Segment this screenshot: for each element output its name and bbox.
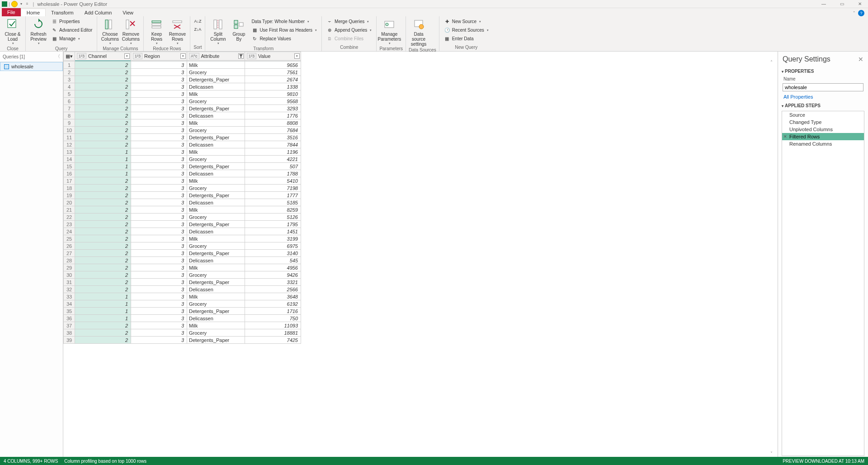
cell-region[interactable]: 3 <box>131 177 187 185</box>
cell-attribute[interactable]: Detergents_Paper <box>187 163 245 170</box>
applied-step[interactable]: Renamed Columns <box>782 140 864 147</box>
cell-region[interactable]: 3 <box>131 134 187 141</box>
cell-region[interactable]: 3 <box>131 127 187 134</box>
cell-channel[interactable]: 2 <box>75 134 131 141</box>
cell-value[interactable]: 4956 <box>245 264 301 271</box>
table-row[interactable]: 3823Grocery18881 <box>64 329 301 337</box>
table-row[interactable]: 723Detergents_Paper3293 <box>64 105 301 112</box>
cell-channel[interactable]: 2 <box>75 69 131 76</box>
table-row[interactable]: 1313Milk1196 <box>64 148 301 156</box>
cell-value[interactable]: 7844 <box>245 141 301 148</box>
cell-attribute[interactable]: Grocery <box>187 300 245 308</box>
cell-region[interactable]: 3 <box>131 206 187 214</box>
cell-channel[interactable]: 2 <box>75 228 131 235</box>
cell-region[interactable]: 3 <box>131 250 187 257</box>
scroll-down-icon[interactable]: ˅ <box>770 451 777 456</box>
table-row[interactable]: 423Delicassen1338 <box>64 83 301 90</box>
cell-value[interactable]: 5185 <box>245 199 301 206</box>
cell-value[interactable]: 1338 <box>245 83 301 90</box>
cell-region[interactable]: 3 <box>131 329 187 337</box>
cell-attribute[interactable]: Delicassen <box>187 141 245 148</box>
cell-attribute[interactable]: Delicassen <box>187 286 245 293</box>
cell-attribute[interactable]: Detergents_Paper <box>187 308 245 315</box>
cell-attribute[interactable]: Delicassen <box>187 315 245 322</box>
cell-channel[interactable]: 2 <box>75 214 131 221</box>
recent-sources-button[interactable]: 🕑Recent Sources <box>442 26 491 34</box>
table-row[interactable]: 823Delicassen1776 <box>64 112 301 119</box>
cell-region[interactable]: 3 <box>131 141 187 148</box>
cell-attribute[interactable]: Grocery <box>187 156 245 163</box>
table-menu-button[interactable]: ▦▾ <box>64 52 75 61</box>
cell-channel[interactable]: 2 <box>75 271 131 279</box>
cell-channel[interactable]: 2 <box>75 119 131 127</box>
cell-attribute[interactable]: Detergents_Paper <box>187 192 245 199</box>
cell-value[interactable]: 7561 <box>245 69 301 76</box>
cell-region[interactable]: 3 <box>131 235 187 242</box>
cell-channel[interactable]: 2 <box>75 76 131 83</box>
cell-channel[interactable]: 2 <box>75 250 131 257</box>
cell-attribute[interactable]: Milk <box>187 206 245 214</box>
table-row[interactable]: 2323Detergents_Paper1795 <box>64 221 301 228</box>
cell-channel[interactable]: 2 <box>75 235 131 242</box>
cell-region[interactable]: 3 <box>131 148 187 156</box>
cell-attribute[interactable]: Detergents_Paper <box>187 76 245 83</box>
table-row[interactable]: 1823Grocery7198 <box>64 185 301 192</box>
cell-channel[interactable]: 1 <box>75 163 131 170</box>
cell-value[interactable]: 8808 <box>245 119 301 127</box>
query-item-wholesale[interactable]: wholesale <box>0 62 63 71</box>
cell-value[interactable]: 7684 <box>245 127 301 134</box>
table-row[interactable]: 2523Milk3199 <box>64 235 301 242</box>
cell-region[interactable]: 3 <box>131 192 187 199</box>
applied-step[interactable]: Filtered Rows✕ <box>782 133 864 140</box>
cell-value[interactable]: 4221 <box>245 156 301 163</box>
cell-region[interactable]: 3 <box>131 300 187 308</box>
table-row[interactable]: 3513Detergents_Paper1716 <box>64 308 301 315</box>
applied-step[interactable]: Changed Type <box>782 119 864 126</box>
cell-region[interactable]: 3 <box>131 337 187 344</box>
cell-region[interactable]: 3 <box>131 119 187 127</box>
cell-attribute[interactable]: Delicassen <box>187 228 245 235</box>
cell-value[interactable]: 9568 <box>245 98 301 105</box>
cell-channel[interactable]: 2 <box>75 257 131 264</box>
cell-region[interactable]: 3 <box>131 271 187 279</box>
data-grid[interactable]: ▦▾ 1²3Channel ▾ 1²3Region ▾ AᴮcAttribute <box>63 52 778 457</box>
cell-region[interactable]: 3 <box>131 163 187 170</box>
cell-region[interactable]: 3 <box>131 214 187 221</box>
cell-channel[interactable]: 2 <box>75 83 131 90</box>
table-row[interactable]: 3413Grocery6192 <box>64 300 301 308</box>
properties-button[interactable]: ☰Properties <box>49 17 94 26</box>
qat-dropdown-icon[interactable]: ▾ <box>19 2 24 6</box>
table-row[interactable]: 1923Detergents_Paper1777 <box>64 192 301 199</box>
cell-channel[interactable]: 2 <box>75 264 131 271</box>
cell-value[interactable]: 545 <box>245 257 301 264</box>
table-row[interactable]: 3023Grocery9426 <box>64 271 301 279</box>
cell-region[interactable]: 3 <box>131 69 187 76</box>
cell-channel[interactable]: 2 <box>75 329 131 337</box>
table-row[interactable]: 2123Milk8259 <box>64 206 301 214</box>
cell-value[interactable]: 3321 <box>245 279 301 286</box>
cell-value[interactable]: 1196 <box>245 148 301 156</box>
query-name-input[interactable] <box>783 83 863 91</box>
cell-channel[interactable]: 2 <box>75 322 131 329</box>
column-header-channel[interactable]: 1²3Channel ▾ <box>75 52 131 61</box>
applied-step[interactable]: Unpivoted Columns <box>782 126 864 133</box>
cell-attribute[interactable]: Grocery <box>187 271 245 279</box>
qat-overflow-icon[interactable]: ≡ <box>25 2 30 6</box>
cell-value[interactable]: 3648 <box>245 293 301 300</box>
cell-channel[interactable]: 2 <box>75 199 131 206</box>
queries-collapse-icon[interactable]: 〈 <box>56 53 60 60</box>
first-row-headers-button[interactable]: ▦Use First Row as Headers <box>250 26 319 34</box>
cell-value[interactable]: 3140 <box>245 250 301 257</box>
table-row[interactable]: 2723Detergents_Paper3140 <box>64 250 301 257</box>
cell-channel[interactable]: 2 <box>75 141 131 148</box>
table-row[interactable]: 1123Detergents_Paper3516 <box>64 134 301 141</box>
cell-channel[interactable]: 2 <box>75 90 131 98</box>
cell-attribute[interactable]: Grocery <box>187 127 245 134</box>
cell-attribute[interactable]: Grocery <box>187 329 245 337</box>
cell-value[interactable]: 1795 <box>245 221 301 228</box>
cell-region[interactable]: 3 <box>131 199 187 206</box>
cell-attribute[interactable]: Milk <box>187 322 245 329</box>
table-row[interactable]: 3613Delicassen750 <box>64 315 301 322</box>
cell-value[interactable]: 7198 <box>245 185 301 192</box>
cell-region[interactable]: 3 <box>131 221 187 228</box>
